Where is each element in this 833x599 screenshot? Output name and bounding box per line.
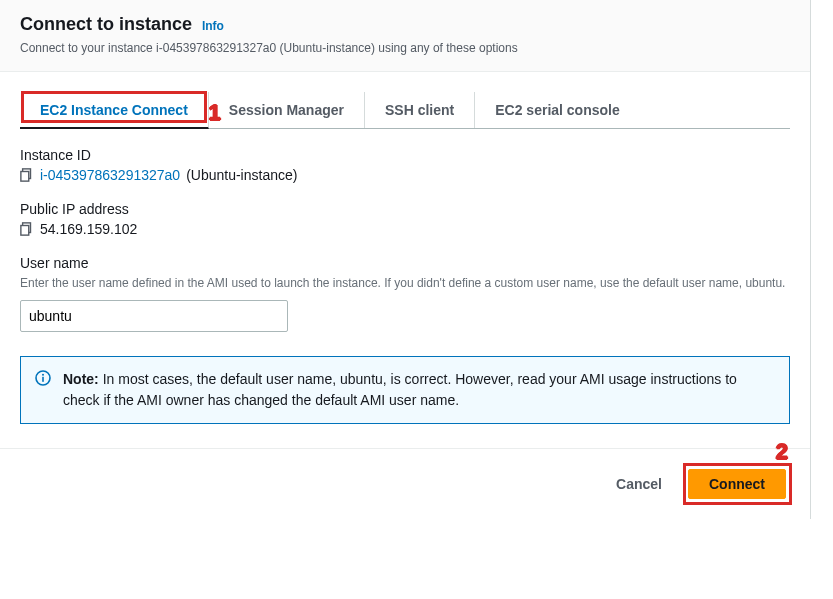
- connect-button-highlight: Connect 2: [684, 465, 790, 503]
- page-title: Connect to instance: [20, 14, 192, 34]
- copy-icon[interactable]: [20, 168, 34, 182]
- instance-id-block: Instance ID i-045397863291327a0 (Ubuntu-…: [20, 147, 790, 183]
- tab-ssh-client[interactable]: SSH client: [365, 92, 475, 128]
- panel-header: Connect to instance Info Connect to your…: [0, 0, 810, 72]
- tab-label: EC2 serial console: [495, 102, 620, 118]
- info-icon: [35, 370, 51, 386]
- connection-tabs: EC2 Instance Connect 1 Session Manager S…: [20, 92, 790, 129]
- svg-point-5: [42, 374, 44, 376]
- page-subtitle: Connect to your instance i-0453978632913…: [20, 41, 790, 55]
- public-ip-value: 54.169.159.102: [40, 221, 137, 237]
- instance-id-link[interactable]: i-045397863291327a0: [40, 167, 180, 183]
- svg-rect-3: [21, 226, 29, 236]
- connect-to-instance-panel: Connect to instance Info Connect to your…: [0, 0, 811, 519]
- panel-footer: Cancel Connect 2: [0, 448, 810, 519]
- tab-label: Session Manager: [229, 102, 344, 118]
- tab-ec2-instance-connect[interactable]: EC2 Instance Connect 1: [20, 92, 209, 129]
- svg-rect-1: [21, 172, 29, 182]
- username-input[interactable]: [20, 300, 288, 332]
- username-label: User name: [20, 255, 790, 271]
- info-note-box: Note: In most cases, the default user na…: [20, 356, 790, 424]
- public-ip-block: Public IP address 54.169.159.102: [20, 201, 790, 237]
- tab-session-manager[interactable]: Session Manager: [209, 92, 365, 128]
- username-block: User name Enter the user name defined in…: [20, 255, 790, 332]
- instance-name-suffix: (Ubuntu-instance): [186, 167, 297, 183]
- tab-label: SSH client: [385, 102, 454, 118]
- username-help-text: Enter the user name defined in the AMI u…: [20, 275, 790, 292]
- info-link[interactable]: Info: [202, 19, 224, 33]
- note-prefix: Note:: [63, 371, 99, 387]
- note-text: In most cases, the default user name, ub…: [63, 371, 737, 408]
- tab-label: EC2 Instance Connect: [40, 102, 188, 118]
- svg-rect-6: [42, 377, 44, 382]
- tab-ec2-serial-console[interactable]: EC2 serial console: [475, 92, 640, 128]
- instance-id-label: Instance ID: [20, 147, 790, 163]
- panel-body: EC2 Instance Connect 1 Session Manager S…: [0, 72, 810, 448]
- cancel-button[interactable]: Cancel: [612, 468, 666, 500]
- copy-icon[interactable]: [20, 222, 34, 236]
- public-ip-label: Public IP address: [20, 201, 790, 217]
- connect-button[interactable]: Connect: [688, 469, 786, 499]
